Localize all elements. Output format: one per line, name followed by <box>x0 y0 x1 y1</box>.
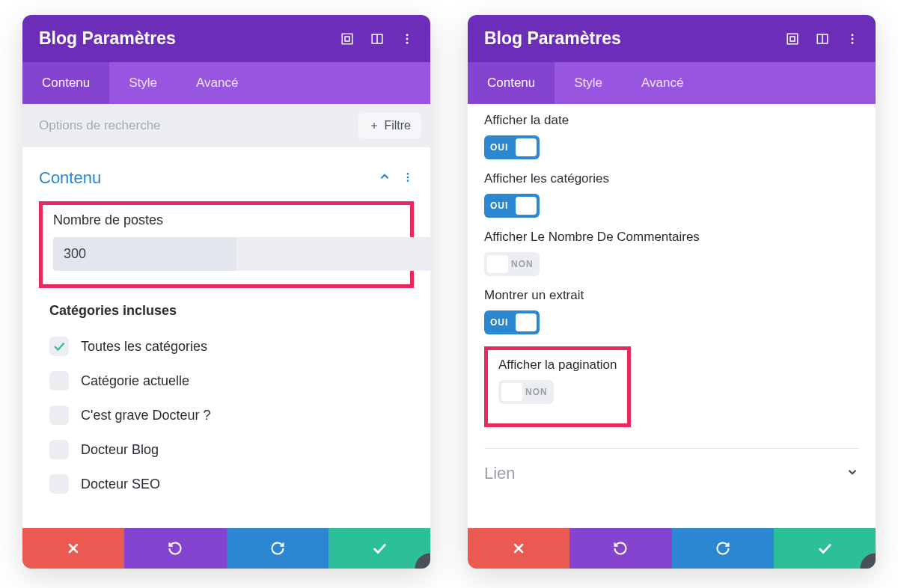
categories-label: Catégories incluses <box>49 303 403 319</box>
highlight-post-count: Nombre de postes <box>39 201 414 288</box>
toggle-switch[interactable]: NON <box>484 252 540 276</box>
toggle-switch[interactable]: OUI <box>484 310 540 334</box>
toggle-knob <box>487 255 508 273</box>
tab-contenu[interactable]: Contenu <box>468 62 555 104</box>
chevron-down-icon <box>846 464 859 483</box>
tab-avance[interactable]: Avancé <box>622 62 703 104</box>
section-more-icon[interactable] <box>402 168 414 188</box>
svg-point-5 <box>406 37 409 40</box>
content-area: Contenu Nombre de postes Catégories incl… <box>22 147 430 528</box>
footer-actions <box>468 528 876 569</box>
redo-button[interactable] <box>227 528 329 569</box>
categories-list: Toutes les catégoriesCatégorie actuelleC… <box>49 329 403 501</box>
more-icon[interactable] <box>400 32 414 46</box>
toggle-label: Afficher la date <box>484 113 859 128</box>
panel-title: Blog Paramètres <box>484 28 786 49</box>
svg-point-9 <box>407 173 409 175</box>
toggle-knob <box>516 197 537 215</box>
panel-header: Blog Paramètres <box>468 15 876 62</box>
category-item[interactable]: Toutes les catégories <box>49 329 403 364</box>
checkbox[interactable] <box>49 474 69 494</box>
svg-point-10 <box>407 177 409 179</box>
toggle-switch[interactable]: OUI <box>484 194 540 218</box>
svg-rect-13 <box>790 37 795 41</box>
toggle-row: Afficher les catégoriesOUI <box>484 171 859 218</box>
category-item[interactable]: Docteur SEO <box>49 467 403 501</box>
undo-button[interactable] <box>124 528 226 569</box>
toggle-row: Montrer un extraitOUI <box>484 288 859 334</box>
svg-point-4 <box>406 34 409 36</box>
header-icons <box>786 32 859 46</box>
search-row: Filtre <box>22 104 430 147</box>
cancel-button[interactable] <box>468 528 569 569</box>
svg-point-18 <box>852 41 854 43</box>
filter-label: Filtre <box>384 119 411 132</box>
fullscreen-icon[interactable] <box>340 32 354 46</box>
svg-rect-12 <box>787 34 798 44</box>
tab-avance[interactable]: Avancé <box>177 62 257 104</box>
section-title: Contenu <box>39 168 378 188</box>
svg-point-17 <box>852 37 854 40</box>
svg-rect-1 <box>345 37 349 41</box>
svg-point-16 <box>852 34 854 36</box>
toggle-text: OUI <box>490 142 508 153</box>
search-input[interactable] <box>39 118 358 133</box>
checkbox[interactable] <box>49 440 69 459</box>
header-icons <box>340 32 414 46</box>
panel-toggle-icon[interactable] <box>370 32 384 46</box>
checkbox[interactable] <box>49 371 69 391</box>
toggle-label: Afficher Le Nombre De Commentaires <box>484 230 859 245</box>
filter-button[interactable]: Filtre <box>358 113 421 138</box>
resize-handle[interactable] <box>409 548 430 569</box>
toggle-row: Afficher la dateOUI <box>484 113 859 159</box>
tab-style[interactable]: Style <box>555 62 622 104</box>
checkbox[interactable] <box>49 337 69 356</box>
category-label: Toutes les catégories <box>81 339 207 355</box>
settings-panel-right: Blog Paramètres Contenu Style Avancé Aff… <box>468 15 876 569</box>
redo-button[interactable] <box>672 528 774 569</box>
panel-toggle-icon[interactable] <box>816 32 829 46</box>
toggle-row: Afficher Le Nombre De CommentairesNON <box>484 230 859 276</box>
svg-rect-0 <box>342 34 352 44</box>
section-lien-header[interactable]: Lien <box>484 448 859 497</box>
category-item[interactable]: Docteur Blog <box>49 432 403 467</box>
cancel-button[interactable] <box>22 528 124 569</box>
toggle-knob <box>516 313 537 331</box>
settings-panel-left: Blog Paramètres Contenu Style Avancé Fil… <box>22 15 430 569</box>
category-label: Catégorie actuelle <box>81 373 189 389</box>
highlight-pagination: Afficher la paginationNON <box>484 346 631 427</box>
svg-point-6 <box>406 41 409 43</box>
fullscreen-icon[interactable] <box>786 32 799 46</box>
toggle-switch[interactable]: NON <box>498 380 554 404</box>
tabs: Contenu Style Avancé <box>468 62 876 104</box>
tabs: Contenu Style Avancé <box>22 62 430 104</box>
section-contenu-header[interactable]: Contenu <box>39 161 414 201</box>
tab-contenu[interactable]: Contenu <box>22 62 109 104</box>
toggle-label: Afficher les catégories <box>484 171 859 186</box>
toggle-text: OUI <box>490 317 508 328</box>
footer-actions <box>22 528 430 569</box>
toggle-knob <box>516 138 537 156</box>
category-item[interactable]: Catégorie actuelle <box>49 364 403 398</box>
toggle-switch[interactable]: OUI <box>484 135 540 159</box>
undo-button[interactable] <box>569 528 671 569</box>
post-count-input[interactable] <box>53 237 236 271</box>
section-title: Lien <box>484 464 846 483</box>
panel-header: Blog Paramètres <box>22 15 430 62</box>
toggle-row: Afficher la paginationNON <box>498 358 617 404</box>
category-item[interactable]: C'est grave Docteur ? <box>49 398 403 432</box>
more-icon[interactable] <box>846 32 859 46</box>
category-label: Docteur SEO <box>81 477 160 492</box>
panel-title: Blog Paramètres <box>39 28 340 49</box>
tab-style[interactable]: Style <box>109 62 177 104</box>
toggle-text: NON <box>511 259 534 269</box>
post-count-label: Nombre de postes <box>53 212 400 228</box>
chevron-up-icon <box>378 168 391 188</box>
resize-handle[interactable] <box>855 548 876 569</box>
content-area: Afficher la dateOUIAfficher les catégori… <box>468 104 876 528</box>
toggle-label: Afficher la pagination <box>498 358 617 373</box>
category-label: Docteur Blog <box>81 442 159 458</box>
category-label: C'est grave Docteur ? <box>81 408 211 423</box>
checkbox[interactable] <box>49 405 69 425</box>
toggle-text: OUI <box>490 200 508 211</box>
